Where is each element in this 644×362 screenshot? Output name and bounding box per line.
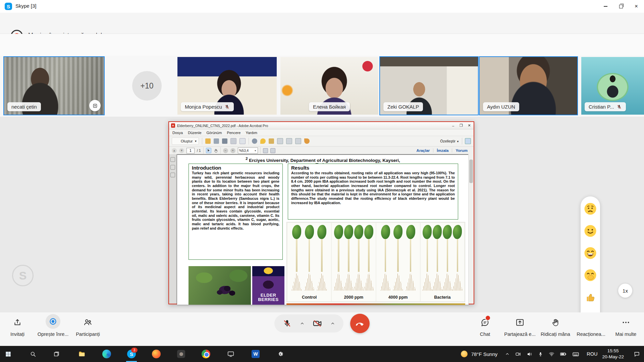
pdf-scrollbar-thumb[interactable] (469, 160, 473, 183)
hand-tool-icon[interactable] (214, 148, 218, 153)
bookmarks-panel-icon[interactable] (170, 165, 175, 170)
tray-wifi-icon[interactable] (546, 351, 557, 357)
weather-text[interactable]: 78°F Sunny (471, 351, 498, 357)
menu-dosya[interactable]: Dosya (172, 131, 183, 135)
sign-icon[interactable] (304, 138, 310, 144)
results-box: Results According to the results obtaine… (288, 164, 458, 220)
taskbar-clock[interactable]: 15:55 20-May-22 (602, 348, 624, 360)
photo-app-icon[interactable] (173, 346, 189, 362)
chat-button[interactable]: Chat (469, 316, 501, 337)
acrobat-minimize[interactable]: – (451, 124, 455, 128)
video-tile[interactable]: Aydın UZUN (480, 57, 577, 115)
tab-imzala[interactable]: İmzala (433, 148, 452, 153)
start-button[interactable] (0, 346, 16, 362)
doc-icon[interactable] (277, 138, 283, 144)
raise-hand-button[interactable]: Ridicați mâna (539, 316, 572, 337)
thumbs-up-icon[interactable] (583, 290, 597, 304)
video-tile[interactable]: necati çetin (4, 57, 104, 115)
tab-yorum[interactable]: Yorum (452, 148, 471, 153)
mic-options-chevron[interactable] (300, 321, 305, 326)
minimize-button[interactable] (598, 0, 613, 13)
pdf-scrollbar[interactable] (468, 154, 474, 304)
menu-gorunum[interactable]: Görünüm (207, 131, 222, 135)
restore-button[interactable] (613, 0, 629, 13)
grin-face-icon[interactable] (583, 246, 597, 260)
page-number-input[interactable] (186, 148, 195, 154)
highlight-icon[interactable] (269, 138, 274, 144)
overflow-participants[interactable]: +10 (132, 71, 162, 101)
tray-mic-icon[interactable] (535, 352, 546, 357)
react-button[interactable]: Reacționea... (575, 316, 607, 337)
tray-camera-icon[interactable] (512, 351, 524, 357)
edge-icon[interactable] (99, 346, 115, 362)
save-icon[interactable] (214, 138, 219, 144)
menu-yardim[interactable]: Yardım (246, 131, 257, 135)
weather-sun-icon[interactable] (459, 351, 470, 357)
doc-icon[interactable] (295, 138, 301, 144)
menu-pencere[interactable]: Pencere (227, 131, 240, 135)
expand-icon[interactable] (465, 138, 471, 144)
shared-screen-acrobat[interactable]: A Elderberry_ONLINE_CTNS_2022.pdf - Adob… (168, 121, 474, 304)
fit-width-icon[interactable] (263, 148, 268, 153)
create-pdf-button[interactable]: Oluştur▼ (172, 137, 199, 145)
tray-chevron-icon[interactable] (502, 352, 512, 356)
video-tile[interactable]: Cristian P... (581, 57, 644, 115)
camera-options-chevron[interactable] (330, 321, 335, 326)
acrobat-close[interactable]: ✕ (467, 123, 472, 128)
acrobat-restore[interactable]: ❐ (459, 123, 464, 128)
participant-name-chip: Zeki GOKALP (383, 102, 423, 111)
close-button[interactable]: × (629, 0, 644, 13)
word-icon[interactable]: W (248, 346, 264, 362)
page-down-icon[interactable]: ▼ (179, 148, 184, 153)
zoom-in-icon[interactable]: + (230, 148, 235, 153)
skype-taskbar-icon[interactable]: S 3 (123, 346, 140, 362)
search-button[interactable] (25, 346, 41, 362)
menu-duzenle[interactable]: Düzenle (188, 131, 201, 135)
task-view-button[interactable] (48, 346, 64, 362)
customize-button[interactable]: Özelleştir ▼ (440, 139, 459, 143)
camera-muted-button[interactable] (313, 319, 322, 328)
edit-icon[interactable] (230, 138, 236, 144)
attachments-panel-icon[interactable] (170, 173, 175, 177)
page-up-icon[interactable]: ▲ (172, 148, 177, 153)
keyboard-language[interactable]: ROU (587, 351, 597, 357)
gear-icon[interactable] (252, 138, 257, 144)
unpin-button[interactable] (89, 100, 101, 111)
video-tile[interactable]: Monjca Popescu (177, 57, 277, 115)
photo-panel-2000ppm: 2000 ppm (332, 223, 375, 301)
notification-center-icon[interactable] (629, 351, 644, 357)
file-explorer-icon[interactable] (74, 346, 90, 362)
invite-button[interactable]: Invitați (1, 316, 34, 337)
more-button[interactable]: Mai multe (610, 316, 642, 337)
smiley-face-icon[interactable] (583, 224, 597, 238)
firefox-icon[interactable] (148, 346, 164, 362)
affiliation-line1: 2 Erciyes University, Department of Agri… (177, 157, 469, 163)
comment-icon[interactable] (260, 138, 266, 144)
hangup-button[interactable] (350, 314, 370, 333)
acrobat-sidebar[interactable] (169, 154, 177, 304)
tray-speaker-icon[interactable] (524, 351, 535, 357)
screen-share-app-icon[interactable] (223, 346, 239, 362)
zoom-out-icon[interactable]: − (223, 148, 228, 153)
chrome-icon[interactable] (198, 346, 214, 362)
select-tool-icon[interactable] (206, 148, 211, 153)
share-screen-button[interactable]: Partajează e... (504, 316, 536, 337)
hand-over-mouth-face-icon[interactable] (583, 268, 597, 282)
email-icon[interactable] (239, 138, 246, 144)
tray-battery-icon[interactable] (557, 351, 569, 357)
tab-araclar[interactable]: Araçlar (413, 148, 433, 153)
video-tile[interactable]: Елена Бойкая (280, 57, 378, 115)
thumbnails-panel-icon[interactable] (170, 157, 175, 162)
doc-icon[interactable] (286, 138, 292, 144)
participants-button[interactable]: Participanți (72, 316, 104, 337)
stop-recording-button[interactable]: Oprește înre... (37, 316, 69, 337)
fit-page-icon[interactable] (270, 148, 275, 153)
tray-keyboard-icon[interactable] (569, 351, 582, 358)
open-icon[interactable] (205, 138, 211, 144)
worried-face-icon[interactable] (583, 202, 597, 216)
video-tile[interactable]: Zeki GOKALP (380, 57, 478, 115)
settings-gear-icon[interactable] (272, 346, 288, 362)
zoom-level-select[interactable]: %53,4▼ (238, 147, 258, 154)
mic-muted-button[interactable] (283, 319, 291, 328)
print-icon[interactable] (222, 138, 227, 144)
